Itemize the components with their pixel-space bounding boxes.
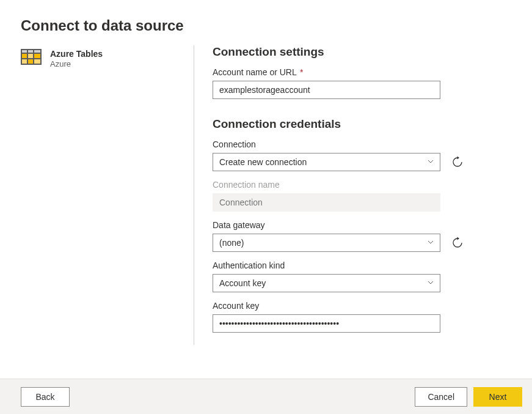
connector-name: Azure Tables <box>50 49 103 59</box>
connection-name-input <box>213 193 440 212</box>
svg-rect-7 <box>22 59 27 64</box>
footer-bar: Back Cancel Next <box>0 379 532 414</box>
refresh-gateway-button[interactable] <box>451 237 464 249</box>
account-url-input[interactable] <box>213 81 440 99</box>
svg-rect-8 <box>28 59 33 64</box>
auth-kind-select[interactable]: Account key <box>213 274 440 292</box>
data-gateway-select[interactable]: (none) <box>213 234 440 252</box>
svg-rect-4 <box>22 54 27 58</box>
svg-rect-3 <box>34 50 40 53</box>
next-button[interactable]: Next <box>473 387 522 407</box>
account-url-label: Account name or URL * <box>213 67 511 77</box>
connection-settings-title: Connection settings <box>213 45 511 59</box>
connector-panel: Azure Tables Azure <box>21 45 194 345</box>
connection-select[interactable]: Create new connection <box>213 153 440 171</box>
azure-tables-icon <box>21 49 42 65</box>
svg-rect-2 <box>28 50 33 53</box>
connection-credentials-title: Connection credentials <box>213 117 511 131</box>
connection-label: Connection <box>213 139 511 149</box>
data-gateway-label: Data gateway <box>213 220 511 230</box>
required-indicator: * <box>300 67 303 77</box>
account-key-label: Account key <box>213 301 511 311</box>
vertical-divider <box>194 45 194 345</box>
svg-rect-1 <box>22 50 27 53</box>
refresh-connection-button[interactable] <box>451 156 464 168</box>
svg-rect-5 <box>28 54 33 58</box>
svg-rect-9 <box>34 59 40 64</box>
connection-name-label: Connection name <box>213 180 511 190</box>
cancel-button[interactable]: Cancel <box>415 387 467 407</box>
svg-rect-6 <box>34 54 40 58</box>
auth-kind-label: Authentication kind <box>213 261 511 270</box>
page-title: Connect to data source <box>0 0 532 45</box>
back-button[interactable]: Back <box>21 387 70 407</box>
account-key-input[interactable] <box>213 314 440 333</box>
connector-category: Azure <box>50 59 103 68</box>
